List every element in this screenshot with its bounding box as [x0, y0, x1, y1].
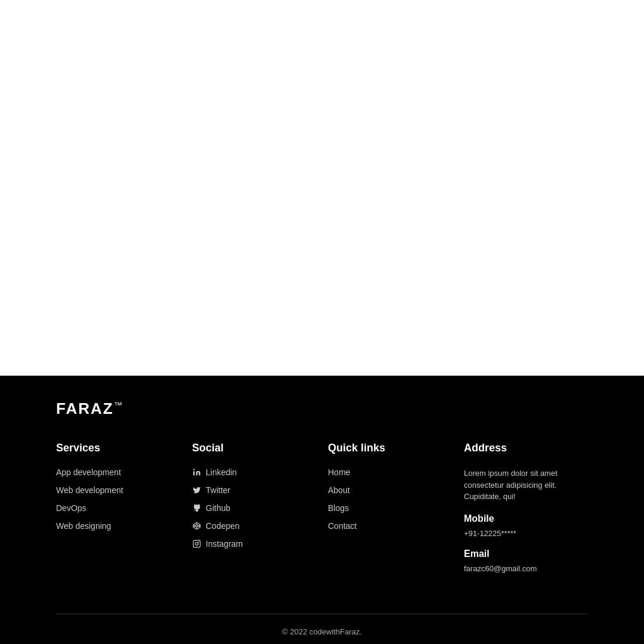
copyright-text: © 2022 codewithFaraz. [282, 627, 362, 636]
list-item: Web designing [56, 521, 180, 531]
list-item: Twitter [192, 485, 316, 495]
twitter-icon [192, 485, 202, 495]
svg-point-0 [193, 469, 194, 470]
instagram-icon [192, 539, 202, 549]
quick-links-title: Quick links [328, 442, 452, 454]
email-label: Email [464, 549, 588, 559]
instagram-link[interactable]: Instagram [192, 539, 316, 549]
web-development-link[interactable]: Web development [56, 485, 180, 495]
app-development-link[interactable]: App development [56, 467, 180, 477]
footer-columns: Services App development Web development [56, 442, 588, 584]
mobile-value: +91-12225***** [464, 529, 588, 538]
list-item: App development [56, 467, 180, 477]
list-item: Instagram [192, 539, 316, 549]
list-item: Contact [328, 521, 452, 531]
svg-rect-4 [193, 540, 200, 547]
mobile-label: Mobile [464, 513, 588, 524]
list-item: DevOps [56, 503, 180, 513]
footer-bottom: © 2022 codewithFaraz. [0, 614, 644, 645]
list-item: Web development [56, 485, 180, 495]
footer-logo: FARAZ™ [56, 400, 588, 418]
logo-text: FARAZ™ [56, 400, 123, 417]
codepen-icon [192, 521, 202, 531]
footer: FARAZ™ Services App development Web deve… [0, 376, 644, 644]
blogs-link[interactable]: Blogs [328, 503, 452, 513]
list-item: Codepen [192, 521, 316, 531]
services-column: Services App development Web development [56, 442, 180, 584]
linkedin-icon [192, 467, 202, 477]
social-title: Social [192, 442, 316, 454]
about-link[interactable]: About [328, 485, 452, 495]
web-designing-link[interactable]: Web designing [56, 521, 180, 531]
social-column: Social Linkedin [192, 442, 316, 584]
codepen-link[interactable]: Codepen [192, 521, 316, 531]
contact-link[interactable]: Contact [328, 521, 452, 531]
list-item: About [328, 485, 452, 495]
list-item: Github [192, 503, 316, 513]
home-link[interactable]: Home [328, 467, 452, 477]
svg-point-5 [196, 543, 199, 546]
email-value: farazc60@gmail.com [464, 564, 588, 573]
linkedin-link[interactable]: Linkedin [192, 467, 316, 477]
github-icon [192, 503, 202, 513]
svg-point-6 [199, 542, 199, 543]
address-description: Lorem ipsum dolor sit amet consectetur a… [464, 467, 588, 503]
list-item: Home [328, 467, 452, 477]
social-list: Linkedin Twitter [192, 467, 316, 549]
white-section [0, 0, 644, 376]
address-column: Address Lorem ipsum dolor sit amet conse… [464, 442, 588, 584]
quick-links-list: Home About Blogs [328, 467, 452, 531]
services-title: Services [56, 442, 180, 454]
list-item: Linkedin [192, 467, 316, 477]
quick-links-column: Quick links Home About Blogs [328, 442, 452, 584]
devops-link[interactable]: DevOps [56, 503, 180, 513]
twitter-link[interactable]: Twitter [192, 485, 316, 495]
services-list: App development Web development DevOps [56, 467, 180, 531]
list-item: Blogs [328, 503, 452, 513]
github-link[interactable]: Github [192, 503, 316, 513]
address-title: Address [464, 442, 588, 454]
